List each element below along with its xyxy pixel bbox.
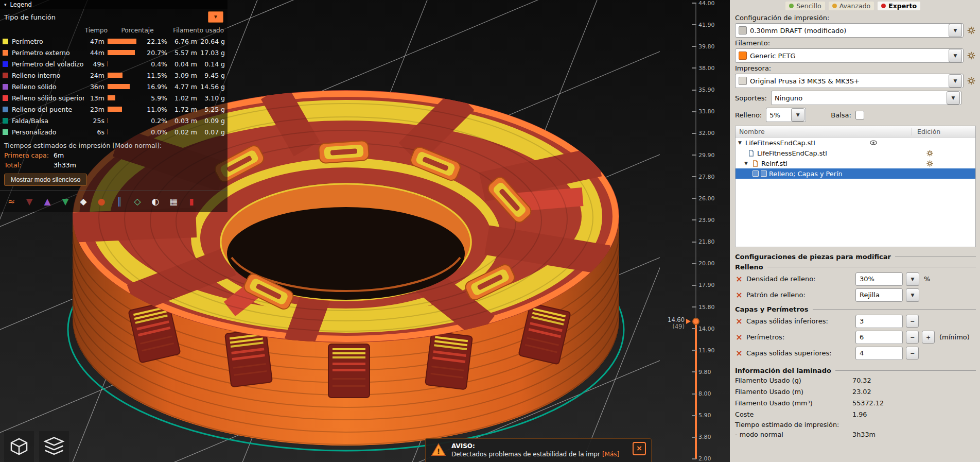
mode-tabs: Sencillo Avanzado Experto xyxy=(735,1,976,12)
remove-setting-icon[interactable]: × xyxy=(735,349,743,357)
custom-gcodes-icon[interactable]: ◇ xyxy=(131,195,144,208)
top-layers-decrement-button[interactable]: − xyxy=(906,347,919,360)
pattern-input[interactable]: Rejilla xyxy=(855,288,903,302)
stealth-mode-button[interactable]: Mostrar modo silencioso xyxy=(4,174,87,186)
ruler-tick: 20.00 xyxy=(692,260,715,267)
tree-row-settings[interactable]: Relleno; Capas y Perín xyxy=(736,168,975,179)
ruler-tick: 8.00 xyxy=(692,390,711,398)
pause-prints-icon[interactable]: ‖ xyxy=(113,195,126,208)
legend-header: Tiempo Porcentaje Filamento usado xyxy=(0,25,227,36)
viewport-3d[interactable]: ▾ Legend Tipo de función ▼ Tiempo Porcen… xyxy=(0,0,730,462)
toast-close-button[interactable]: × xyxy=(633,442,646,455)
ruler-tick: 17.90 xyxy=(692,282,715,289)
legend-panel: ▾ Legend Tipo de función ▼ Tiempo Porcen… xyxy=(0,0,227,212)
view-3d-button[interactable] xyxy=(4,431,34,462)
perimeters-row: × Perímetros: 6 − + (mínimo) xyxy=(735,329,976,345)
raft-checkbox[interactable] xyxy=(855,111,864,119)
expert-dot-icon xyxy=(881,4,886,8)
expander-icon[interactable]: ▼ xyxy=(744,161,749,166)
visibility-eye-icon[interactable] xyxy=(869,139,878,147)
mode-tab-expert[interactable]: Experto xyxy=(878,2,920,10)
supports-combo[interactable]: Ninguno ▼ xyxy=(771,91,961,105)
shells-icon[interactable]: ◐ xyxy=(149,195,162,208)
layers-section-title: Capas y Perímetros xyxy=(735,305,976,313)
legend-row: Relleno del puente23m11.0%1.72 m5.25 g xyxy=(0,104,227,115)
ruler-tick: 15.80 xyxy=(692,303,715,311)
modifiers-section-title: Configuraciones de piezas para modificar xyxy=(735,253,976,261)
view-layers-button[interactable] xyxy=(39,431,69,462)
supports-dropdown-arrow[interactable]: ▼ xyxy=(947,91,960,105)
legend-row: Falda/Balsa25s0.2%0.03 m0.09 g xyxy=(0,115,227,126)
ruler-tick: 29.90 xyxy=(692,151,715,159)
current-layer-number: (49) xyxy=(660,323,685,330)
filament-combo[interactable]: Generic PETG ▼ xyxy=(735,48,964,63)
infill-combo[interactable]: 5% ▼ xyxy=(766,108,806,122)
ruler-tick: 26.00 xyxy=(692,195,715,202)
legend-titlebar[interactable]: ▾ Legend xyxy=(0,0,227,9)
filament-label: Filamento: xyxy=(735,39,976,47)
object-list-header: Nombre Edición xyxy=(736,126,975,138)
layer-slider[interactable]: 44.0041.9039.8038.0035.9033.8032.0029.90… xyxy=(660,0,730,462)
box-icon[interactable]: ▦ xyxy=(167,195,180,208)
seams-icon[interactable]: ▼ xyxy=(59,195,72,208)
retractions-icon[interactable]: ▼ xyxy=(23,195,36,208)
tool-marker-icon[interactable]: ▮ xyxy=(185,195,198,208)
density-input[interactable]: 30% xyxy=(855,272,903,286)
legend-row: Personalizado6s0.0%0.02 m0.07 g xyxy=(0,126,227,138)
sliced-info-title: Información del laminado xyxy=(735,367,976,374)
perimeters-input[interactable]: 6 xyxy=(855,331,903,344)
filament-settings-gear-button[interactable] xyxy=(967,51,976,60)
ruler-tick: 32.00 xyxy=(692,130,715,137)
print-settings-gear-button[interactable] xyxy=(967,26,976,35)
tree-row-object[interactable]: ▼ LifeFitnessEndCap.stl xyxy=(736,138,975,148)
infill-dropdown-arrow[interactable]: ▼ xyxy=(791,108,804,122)
printer-combo[interactable]: Original Prusa i3 MK3S & MK3S+ ▼ xyxy=(735,74,964,88)
top-layers-input[interactable]: 4 xyxy=(855,347,903,360)
ruler-tick: 38.00 xyxy=(692,64,715,72)
travels-icon[interactable]: ≈ xyxy=(5,195,18,208)
settings-grid-icon xyxy=(761,170,767,177)
pattern-row: × Patrón de relleno: Rejilla ▼ xyxy=(735,287,976,303)
expander-icon[interactable]: ▼ xyxy=(738,140,743,145)
object-list: Nombre Edición ▼ LifeFitnessEndCap.stl L… xyxy=(735,126,976,247)
handle-arrow-icon xyxy=(686,319,691,324)
mode-tab-advanced[interactable]: Avanzado xyxy=(829,2,874,10)
toast-more-link[interactable]: [Más] xyxy=(602,451,619,458)
feature-type-dropdown[interactable]: ▼ xyxy=(208,11,223,23)
bottom-layers-decrement-button[interactable]: − xyxy=(906,315,919,328)
bottom-layers-input[interactable]: 3 xyxy=(855,315,903,328)
svg-text:!: ! xyxy=(437,447,440,455)
filament-dropdown-arrow[interactable]: ▼ xyxy=(949,49,962,62)
perimeters-decrement-button[interactable]: − xyxy=(906,331,919,344)
info-row-normal-mode: - modo normal3h33m xyxy=(735,429,976,440)
ruler-tick: 41.90 xyxy=(692,21,715,28)
remove-setting-icon[interactable]: × xyxy=(735,291,743,299)
warning-toast: ! AVISO: Detectados problemas de estabil… xyxy=(425,438,652,462)
print-config-combo[interactable]: 0.30mm DRAFT (modificado) ▼ xyxy=(735,23,964,38)
perimeters-increment-button[interactable]: + xyxy=(922,331,935,344)
feature-type-label: Tipo de función xyxy=(4,13,56,21)
tree-row-modifier-part[interactable]: ▼ Reinf.stl xyxy=(736,158,975,168)
remove-setting-icon[interactable]: × xyxy=(735,317,743,326)
info-row-filament-g: Filamento Usado (g)70.32 xyxy=(735,374,976,386)
density-dropdown-arrow[interactable]: ▼ xyxy=(906,272,919,286)
print-config-dropdown-arrow[interactable]: ▼ xyxy=(949,24,962,37)
settings-sidebar: Sencillo Avanzado Experto Configuración … xyxy=(730,0,980,462)
printer-settings-gear-button[interactable] xyxy=(967,76,976,85)
printer-dropdown-arrow[interactable]: ▼ xyxy=(949,74,962,88)
tree-row-part[interactable]: LifeFitnessEndCap.stl xyxy=(736,148,975,158)
info-row-cost: Coste1.96 xyxy=(735,408,976,420)
printer-label: Impresora: xyxy=(735,64,976,72)
ruler-tick: 35.90 xyxy=(692,87,715,94)
deretractions-icon[interactable]: ▲ xyxy=(41,195,54,208)
remove-setting-icon[interactable]: × xyxy=(735,275,743,283)
tool-changes-icon[interactable]: ◆ xyxy=(77,195,90,208)
pattern-dropdown-arrow[interactable]: ▼ xyxy=(906,288,919,302)
remove-setting-icon[interactable]: × xyxy=(735,333,743,341)
mode-tab-simple[interactable]: Sencillo xyxy=(785,2,825,10)
slider-track xyxy=(695,3,696,321)
color-changes-icon[interactable]: ● xyxy=(95,195,108,208)
modifier-gear-icon[interactable] xyxy=(926,160,934,167)
part-gear-icon[interactable] xyxy=(926,149,934,157)
ruler-tick: 33.80 xyxy=(692,108,715,115)
